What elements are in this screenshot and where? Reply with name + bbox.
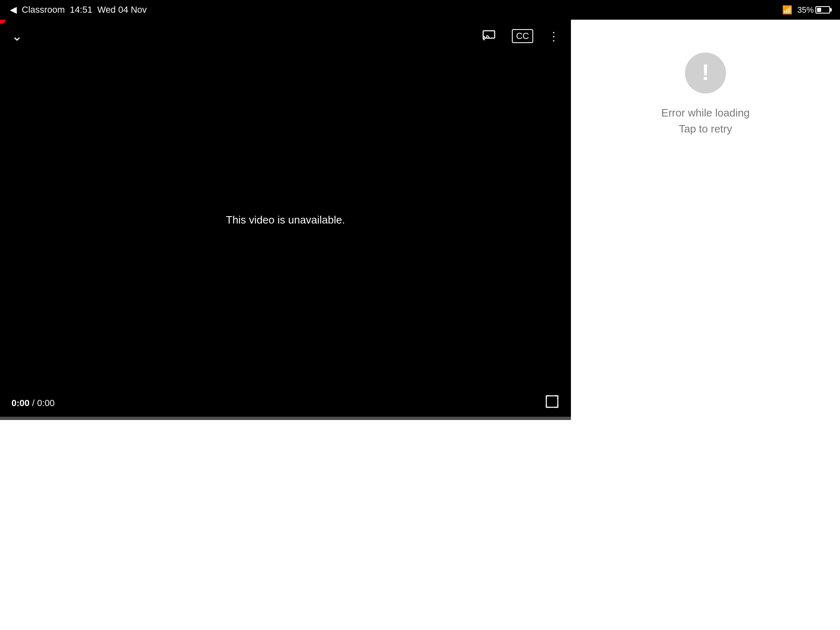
fullscreen-button[interactable] xyxy=(545,394,559,412)
battery-fill xyxy=(817,8,821,12)
white-bottom-area xyxy=(0,420,571,630)
progress-bar[interactable] xyxy=(0,417,571,420)
video-top-bar: ⌄ CC ⋮ xyxy=(0,20,571,52)
error-line2: Tap to retry xyxy=(661,121,749,137)
cast-button[interactable] xyxy=(482,29,497,43)
battery-percent-label: 35% xyxy=(797,5,814,15)
time-label: 14:51 xyxy=(70,5,92,15)
status-bar: ◀ Classroom 14:51 Wed 04 Nov 📶 35% xyxy=(0,0,840,20)
video-top-right-controls: CC ⋮ xyxy=(482,29,559,43)
date-label: Wed 04 Nov xyxy=(97,5,147,15)
error-icon-circle: ! xyxy=(685,52,726,94)
status-bar-right: 📶 35% xyxy=(782,5,830,15)
svg-rect-1 xyxy=(546,396,558,407)
cc-button[interactable]: CC xyxy=(512,29,533,43)
video-unavailable-message: This video is unavailable. xyxy=(226,214,345,226)
current-time-label: 0:00 xyxy=(11,398,30,408)
time-display: 0:00 / 0:00 xyxy=(11,398,55,409)
error-message[interactable]: Error while loading Tap to retry xyxy=(661,105,749,137)
status-bar-left: ◀ Classroom 14:51 Wed 04 Nov xyxy=(10,5,147,15)
battery-container: 35% xyxy=(797,5,830,15)
time-separator: / xyxy=(32,398,37,408)
total-time-label: 0:00 xyxy=(37,398,55,408)
wifi-icon: 📶 xyxy=(782,5,792,15)
app-name-label: Classroom xyxy=(22,5,65,15)
right-panel[interactable]: ! Error while loading Tap to retry xyxy=(571,20,840,630)
exclamation-icon: ! xyxy=(702,61,710,84)
video-player[interactable]: ⌄ CC ⋮ This video is unavailable. 0:00 /… xyxy=(0,20,571,420)
more-options-button[interactable]: ⋮ xyxy=(548,30,559,43)
video-bottom-controls: 0:00 / 0:00 xyxy=(0,394,571,412)
collapse-button[interactable]: ⌄ xyxy=(11,28,23,44)
error-line1: Error while loading xyxy=(661,105,749,121)
back-arrow-icon[interactable]: ◀ xyxy=(10,5,17,15)
battery-icon xyxy=(815,6,830,14)
